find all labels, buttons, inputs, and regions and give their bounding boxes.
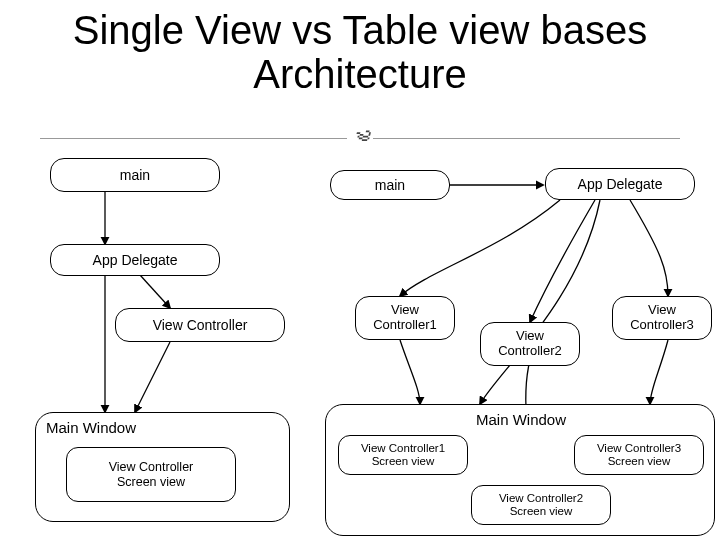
node-right-vc1-screen: View Controller1 Screen view [338,435,468,475]
node-right-vc2-screen: View Controller2 Screen view [471,485,611,525]
node-left-app-delegate: App Delegate [50,244,220,276]
svg-line-3 [135,342,170,412]
page-title: Single View vs Table view bases Architec… [0,0,720,96]
node-label: main [375,177,405,193]
node-right-vc2: View Controller2 [480,322,580,366]
node-label: View Controller2 [498,329,562,359]
node-right-main: main [330,170,450,200]
node-label: View Controller2 Screen view [499,492,583,518]
node-label: View Controller Screen view [109,460,194,489]
title-divider: ༄ [40,128,680,148]
node-label: Main Window [46,419,281,436]
flourish-icon: ༄ [347,122,373,155]
node-right-app-delegate: App Delegate [545,168,695,200]
node-right-vc3-screen: View Controller3 Screen view [574,435,704,475]
node-label: App Delegate [578,176,663,192]
node-label: View Controller1 Screen view [361,442,445,468]
node-label: App Delegate [93,252,178,268]
node-label: View Controller1 [373,303,437,333]
node-label: View Controller3 Screen view [597,442,681,468]
node-label: View Controller [153,317,248,333]
node-right-main-window: Main Window View Controller1 Screen view… [325,404,715,536]
node-left-main: main [50,158,220,192]
node-left-main-window: Main Window View Controller Screen view [35,412,290,522]
node-label: View Controller3 [630,303,694,333]
node-right-vc3: View Controller3 [612,296,712,340]
node-label: main [120,167,150,183]
node-right-vc1: View Controller1 [355,296,455,340]
node-label: Main Window [336,411,706,428]
node-left-vc-screen: View Controller Screen view [66,447,236,502]
svg-line-2 [140,275,170,308]
node-left-view-controller: View Controller [115,308,285,342]
